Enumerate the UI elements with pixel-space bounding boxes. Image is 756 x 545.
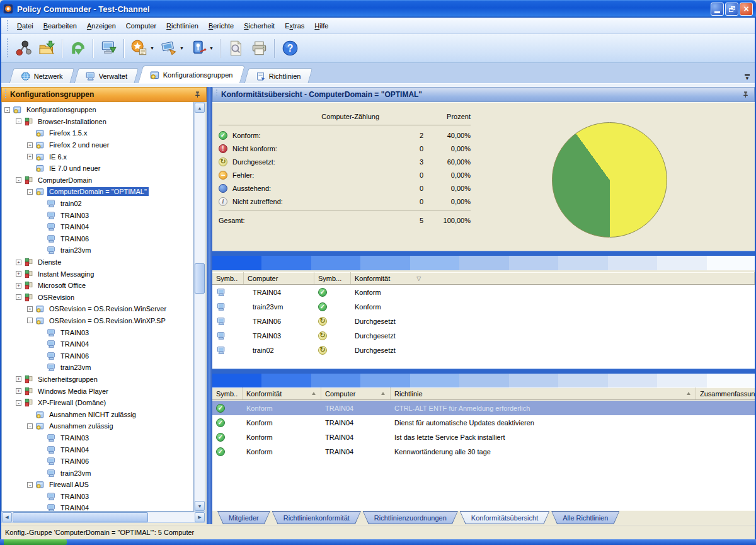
- dropdown-arrow-icon[interactable]: ▼: [180, 46, 184, 50]
- tree-horizontal-scrollbar[interactable]: ◀ ▶: [1, 512, 205, 523]
- policy-row-ist-das-letzte-service-pack-installiert[interactable]: ✓ Konform TRAIN04 Ist das letzte Service…: [212, 430, 755, 444]
- tree-item-train03[interactable]: TRAIN03: [2, 432, 193, 444]
- tab-netzwerk[interactable]: Netzwerk: [9, 68, 75, 83]
- menu-extras[interactable]: Extras: [280, 20, 309, 32]
- scroll-left-button[interactable]: ◀: [2, 512, 12, 522]
- left-panel-grip[interactable]: [4, 89, 8, 99]
- tree-item-konfigurationsgruppen[interactable]: -Konfigurationsgruppen: [2, 104, 193, 116]
- tree-expander-plus[interactable]: +: [27, 154, 33, 159]
- tree-expander-minus[interactable]: -: [27, 189, 33, 195]
- column-header-symb[interactable]: Symb..: [212, 387, 243, 399]
- tree-item-ausnahmen-nicht-zulässig[interactable]: Ausnahmen NICHT zulässig: [2, 408, 193, 420]
- sort-ascending-icon[interactable]: [381, 392, 385, 395]
- computer-row-train04[interactable]: TRAIN04 ✓ Konform: [212, 285, 755, 299]
- computer-sync-button[interactable]: [97, 37, 120, 60]
- menu-computer[interactable]: Computer: [121, 20, 161, 32]
- tree-item-train06[interactable]: TRAIN06: [2, 350, 193, 362]
- sort-ascending-icon[interactable]: [312, 392, 316, 395]
- tree-expander-minus[interactable]: -: [27, 482, 33, 488]
- column-header-konformität[interactable]: Konformität▽: [351, 272, 755, 284]
- policy-star-button[interactable]: ▼: [128, 37, 158, 60]
- tree-expander-minus[interactable]: -: [16, 294, 21, 300]
- dropdown-arrow-icon[interactable]: ▼: [150, 46, 154, 50]
- tree-expander-minus[interactable]: -: [4, 107, 10, 113]
- column-header-richtlinie[interactable]: Richtlinie: [391, 387, 696, 399]
- vertical-scroll-thumb[interactable]: [195, 263, 205, 294]
- tree-item-windows-media-player[interactable]: +Windows Media Player: [2, 385, 193, 397]
- policy-row-ctrl-alt-entf-für-anmeldung-erforderlich[interactable]: ✓ Konform TRAIN04 CTRL-ALT ENTF für Anme…: [212, 401, 755, 415]
- tab-konfigurationsgruppen[interactable]: Konfigurationsgruppen: [138, 66, 245, 83]
- tree-item-ie-6-x[interactable]: +IE 6.x: [2, 151, 193, 163]
- tree-item-microsoft-office[interactable]: +Microsoft Office: [2, 280, 193, 292]
- tree-item-browser-installationen[interactable]: -Browser-Installationen: [2, 116, 193, 128]
- tree-item-computerdomain[interactable]: -ComputerDomain: [2, 175, 193, 186]
- tree-vertical-scrollbar[interactable]: ▲ ▼: [194, 102, 205, 512]
- tree-item-train04[interactable]: TRAIN04: [2, 221, 193, 233]
- tree-item-firefox-2-und-neuer[interactable]: +Firefox 2 und neuer: [2, 139, 193, 151]
- assign-monitor-button[interactable]: ▼: [158, 37, 187, 60]
- horizontal-splitter[interactable]: [212, 251, 755, 256]
- bottom-tab-richtlinienkonformität[interactable]: Richtlinienkonformität: [272, 511, 361, 524]
- panel-splitter[interactable]: [207, 87, 212, 524]
- tree-expander-minus[interactable]: -: [27, 423, 33, 429]
- tree-item-xp-firewall-domäne[interactable]: -XP-Firewall (Domäne): [2, 397, 193, 409]
- tree-item-sicherheitsgruppen[interactable]: +Sicherheitsgruppen: [2, 374, 193, 386]
- minimize-button[interactable]: [711, 3, 724, 16]
- tree-item-train03[interactable]: TRAIN03: [2, 326, 193, 338]
- tree-expander-plus[interactable]: +: [16, 388, 21, 394]
- pin-icon[interactable]: [194, 91, 201, 98]
- tree-item-osrevision[interactable]: -OSRevision: [2, 292, 193, 304]
- computer-row-train23vm[interactable]: train23vm ✓ Konform: [212, 299, 755, 314]
- help-button[interactable]: ?: [278, 37, 302, 60]
- menu-anzeigen[interactable]: Anzeigen: [82, 20, 121, 32]
- close-button[interactable]: ×: [740, 3, 753, 16]
- restore-button[interactable]: [725, 3, 738, 16]
- tree-item-train06[interactable]: TRAIN06: [2, 233, 193, 245]
- tree-item-train04[interactable]: TRAIN04: [2, 502, 193, 512]
- toolbar-grip[interactable]: [6, 38, 9, 59]
- security-key-button[interactable]: ▼: [187, 37, 217, 60]
- sort-ascending-icon[interactable]: [687, 392, 690, 395]
- tree-item-train03[interactable]: TRAIN03: [2, 491, 193, 503]
- dropdown-arrow-icon[interactable]: ▼: [209, 46, 214, 50]
- scroll-right-button[interactable]: ▶: [195, 512, 205, 522]
- column-header-computer[interactable]: Computer: [244, 272, 314, 284]
- tree-item-instant-messaging[interactable]: +Instant Messaging: [2, 268, 193, 280]
- menu-datei[interactable]: Datei: [12, 20, 38, 32]
- column-header-computer[interactable]: Computer: [321, 387, 391, 399]
- tree-expander-plus[interactable]: +: [27, 306, 33, 312]
- computer-row-train03[interactable]: TRAIN03 ↻ Durchgesetzt: [212, 328, 755, 343]
- tree-expander-minus[interactable]: -: [27, 318, 33, 323]
- bottom-tab-mitglieder[interactable]: Mitglieder: [217, 511, 270, 524]
- menu-richtlinien[interactable]: Richtlinien: [161, 20, 203, 32]
- tree-item-computerdomain-optimal[interactable]: -ComputerDomain = "OPTIMAL": [2, 186, 193, 198]
- tree-item-ie-7-0-und-neuer[interactable]: IE 7.0 und neuer: [2, 163, 193, 175]
- tree-item-ausnahmen-zulässig[interactable]: -Ausnahmen zulässig: [2, 420, 193, 432]
- tree-item-train04[interactable]: TRAIN04: [2, 444, 193, 456]
- menu-berichte[interactable]: Berichte: [203, 20, 239, 32]
- tree-item-train23vm[interactable]: train23vm: [2, 467, 193, 479]
- computer-row-train06[interactable]: TRAIN06 ↻ Durchgesetzt: [212, 314, 755, 328]
- tree-item-train06[interactable]: TRAIN06: [2, 456, 193, 468]
- tree-item-train02[interactable]: train02: [2, 198, 193, 210]
- pin-icon[interactable]: [742, 91, 749, 98]
- tab-verwaltet[interactable]: Verwaltet: [74, 68, 139, 83]
- tree-expander-plus[interactable]: +: [16, 283, 21, 289]
- sort-filter-icon[interactable]: ▽: [416, 275, 421, 282]
- tree-expander-plus[interactable]: +: [16, 260, 21, 265]
- column-header-zusammenfassung[interactable]: Zusammenfassung: [696, 387, 756, 399]
- undo-arrow-button[interactable]: [66, 37, 89, 60]
- tree-item-train23vm[interactable]: train23vm: [2, 244, 193, 256]
- tree-expander-minus[interactable]: -: [16, 118, 21, 124]
- tree-item-osrevision-os-revision-winxp-sp[interactable]: -OSRevision = OS.Revision.WinXP.SP: [2, 315, 193, 327]
- horizontal-splitter[interactable]: [212, 369, 755, 374]
- scroll-up-button[interactable]: ▲: [195, 103, 205, 113]
- tree-expander-plus[interactable]: +: [16, 376, 21, 382]
- menu-grip[interactable]: [6, 20, 9, 32]
- network-button[interactable]: [12, 37, 35, 60]
- tree-expander-plus[interactable]: +: [16, 271, 21, 277]
- menu-hilfe[interactable]: Hilfe: [309, 20, 333, 32]
- tree-item-osrevision-os-revision-winserver[interactable]: +OSRevision = OS.Revision.WinServer: [2, 303, 193, 315]
- column-header-konformität[interactable]: Konformität: [243, 387, 321, 399]
- column-header-symb[interactable]: Symb...: [314, 272, 351, 284]
